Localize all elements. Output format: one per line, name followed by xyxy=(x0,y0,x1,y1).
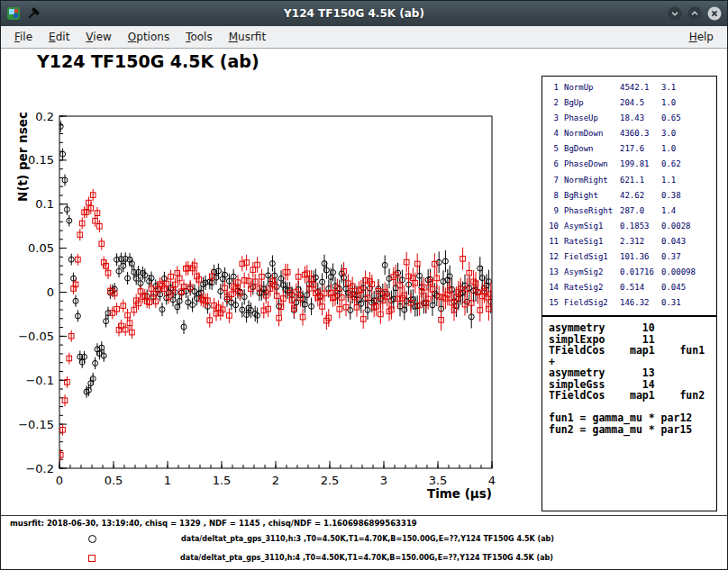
plot-legend: data/deltat_pta_gps_3110,h:3 ,T0=4.50K,T… xyxy=(1,529,727,567)
svg-text:3.5: 3.5 xyxy=(429,474,448,487)
svg-text:3: 3 xyxy=(380,474,387,487)
parameter-num: 9 xyxy=(546,204,559,219)
svg-text:Time (μs): Time (μs) xyxy=(427,486,492,501)
parameter-name: BgDown xyxy=(564,141,614,157)
maximize-button[interactable] xyxy=(687,6,702,21)
parameter-value: 101.36 xyxy=(620,249,656,265)
theory-panel: asymmetry 10simplExpo 11TFieldCos map1 f… xyxy=(541,316,717,511)
svg-text:1.5: 1.5 xyxy=(213,474,232,487)
plot-title: Y124 TF150G 4.5K (ab) xyxy=(37,51,259,71)
parameter-error: 3.1 xyxy=(661,80,716,95)
legend-label: data/deltat_pta_gps_3110,h:3 ,T0=4.50K,T… xyxy=(181,535,554,543)
parameter-error: 0.0028 xyxy=(661,219,716,234)
svg-text:2.5: 2.5 xyxy=(321,474,340,487)
svg-text:N(t) per nsec: N(t) per nsec xyxy=(15,112,30,202)
parameter-row: 7NormRight621.11.1 xyxy=(542,173,716,188)
parameter-name: RateSig1 xyxy=(564,234,614,249)
svg-text:−0.15: −0.15 xyxy=(18,418,54,431)
svg-text:0: 0 xyxy=(47,285,54,299)
parameter-value: 4542.1 xyxy=(620,80,656,95)
hammer-icon xyxy=(26,6,41,21)
parameter-name: PhaseRight xyxy=(564,204,614,219)
parameter-error: 0.31 xyxy=(661,295,716,311)
parameter-row: 8BgRight42.620.38 xyxy=(542,188,716,204)
menu-edit[interactable]: Edit xyxy=(41,28,77,46)
parameter-num: 14 xyxy=(546,280,559,295)
legend-item: data/deltat_pta_gps_3110,h:3 ,T0=4.50K,T… xyxy=(1,529,727,548)
parameter-num: 5 xyxy=(546,141,559,157)
parameter-error: 0.65 xyxy=(661,111,716,126)
parameter-row: 6PhaseDown199.810.62 xyxy=(542,157,716,172)
svg-text:0.1: 0.1 xyxy=(35,197,54,211)
parameter-row: 1NormUp4542.13.1 xyxy=(542,80,716,95)
parameter-name: NormRight xyxy=(564,173,614,188)
theory-line: asymmetry 10 xyxy=(549,322,716,334)
parameter-error: 0.00098 xyxy=(661,265,716,280)
theory-line: fun1 = gamma_mu * par12 xyxy=(549,412,716,424)
parameter-num: 7 xyxy=(546,173,559,188)
parameter-name: AsymSig2 xyxy=(564,265,614,280)
minimize-button[interactable] xyxy=(668,6,682,21)
app-window: Y124 TF150G 4.5K (ab) FileEditViewOption… xyxy=(0,0,728,570)
theory-line: TFieldCos map1 fun1 xyxy=(549,345,716,357)
menu-help[interactable]: Help xyxy=(681,28,722,46)
svg-text:4: 4 xyxy=(488,474,496,487)
parameter-row: 11RateSig12.3120.043 xyxy=(542,234,716,249)
parameter-row: 14RateSig20.5140.045 xyxy=(542,280,716,295)
parameter-num: 1 xyxy=(546,80,559,95)
parameter-num: 13 xyxy=(546,265,559,280)
menu-view[interactable]: View xyxy=(77,28,119,46)
svg-text:0: 0 xyxy=(56,474,63,487)
parameter-error: 1.1 xyxy=(661,173,716,188)
menubar: FileEditViewOptionsToolsMusrfit Help xyxy=(1,26,727,49)
parameter-name: PhaseUp xyxy=(564,111,614,126)
close-button[interactable] xyxy=(707,6,722,21)
menu-file[interactable]: File xyxy=(6,28,41,46)
legend-item: data/deltat_pta_gps_3110,h:4 ,T0=4.50K,T… xyxy=(1,548,727,567)
legend-label: data/deltat_pta_gps_3110,h:4 ,T0=4.50K,T… xyxy=(180,554,553,562)
parameter-error: 0.043 xyxy=(661,234,716,249)
fit-parameters-panel: 1NormUp4542.13.12BgUp204.51.03PhaseUp18.… xyxy=(541,76,717,316)
parameter-name: NormUp xyxy=(564,80,614,95)
parameter-value: 18.43 xyxy=(620,111,656,126)
parameter-value: 204.5 xyxy=(620,95,656,111)
parameter-row: 2BgUp204.51.0 xyxy=(542,95,716,111)
parameter-value: 4360.3 xyxy=(620,126,656,141)
parameter-name: FieldSig1 xyxy=(564,249,614,265)
svg-text:0.15: 0.15 xyxy=(28,153,54,167)
fit-status-line: musrfit: 2018-06-30, 13:19:40, chisq = 1… xyxy=(10,519,417,528)
parameter-value: 42.62 xyxy=(620,188,656,204)
parameter-num: 11 xyxy=(546,234,559,249)
parameter-row: 10AsymSig10.18530.0028 xyxy=(542,219,716,234)
parameter-error: 1.0 xyxy=(661,95,716,111)
svg-text:0.05: 0.05 xyxy=(28,241,54,255)
parameter-num: 12 xyxy=(546,249,559,265)
parameter-row: 15FieldSig2146.320.31 xyxy=(542,295,716,311)
titlebar[interactable]: Y124 TF150G 4.5K (ab) xyxy=(1,1,727,26)
plot-canvas[interactable]: 00.511.522.533.540.20.150.10.050−0.05−0.… xyxy=(1,49,541,517)
parameter-value: 287.0 xyxy=(620,204,656,219)
parameter-value: 217.6 xyxy=(620,141,656,157)
parameter-num: 15 xyxy=(546,295,559,311)
parameter-error: 0.37 xyxy=(661,249,716,265)
parameter-name: PhaseDown xyxy=(564,157,614,172)
svg-text:2: 2 xyxy=(272,474,279,487)
parameter-value: 0.1853 xyxy=(620,219,656,234)
menu-tools[interactable]: Tools xyxy=(177,28,221,46)
theory-line: fun2 = gamma_mu * par15 xyxy=(549,424,716,436)
parameter-num: 6 xyxy=(546,157,559,172)
menu-options[interactable]: Options xyxy=(120,28,177,46)
parameter-name: FieldSig2 xyxy=(564,295,614,311)
parameter-error: 1.0 xyxy=(661,141,716,157)
parameter-row: 3PhaseUp18.430.65 xyxy=(542,111,716,126)
parameter-value: 0.514 xyxy=(620,280,656,295)
canvas-area: Y124 TF150G 4.5K (ab) 00.511.522.533.540… xyxy=(1,49,727,569)
parameter-num: 8 xyxy=(546,188,559,204)
svg-text:−0.2: −0.2 xyxy=(25,462,54,475)
menu-right-group: Help xyxy=(681,28,722,46)
parameter-num: 4 xyxy=(546,126,559,141)
svg-text:0.5: 0.5 xyxy=(105,474,123,487)
menu-musrfit[interactable]: Musrfit xyxy=(221,28,274,46)
app-icon[interactable] xyxy=(6,6,21,21)
parameter-name: BgRight xyxy=(564,188,614,204)
